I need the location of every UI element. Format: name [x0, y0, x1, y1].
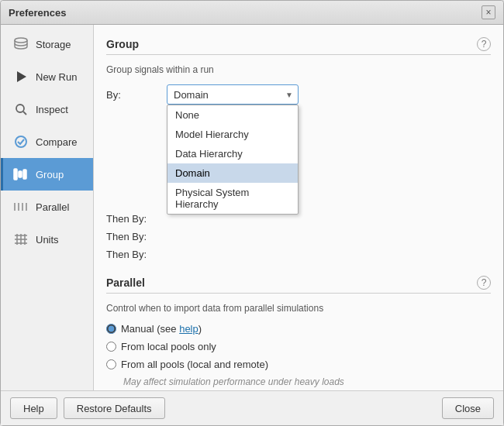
- then-by-label-2: Then By:: [106, 231, 161, 242]
- dropdown-option-domain[interactable]: Domain: [167, 163, 298, 183]
- parallel-radio-manual-input[interactable]: [106, 324, 116, 334]
- by-label: By:: [106, 89, 161, 101]
- group-help-icon[interactable]: ?: [477, 37, 491, 51]
- group-section: Group ? Group signals within a run By: D…: [106, 37, 491, 260]
- parallel-radio-manual-label: Manual (see help): [121, 323, 202, 335]
- parallel-section: Parallel ? Control when to import data f…: [106, 276, 491, 387]
- parallel-icon: [12, 198, 29, 215]
- svg-point-0: [15, 38, 27, 43]
- then-by-label-1: Then By:: [106, 213, 161, 225]
- parallel-radio-local-input[interactable]: [106, 342, 116, 352]
- dropdown-option-physical-system-hierarchy[interactable]: Physical System Hierarchy: [167, 183, 298, 214]
- group-icon: [12, 166, 29, 183]
- svg-marker-1: [17, 71, 26, 82]
- by-row: By: Domain ▼ None Model Hierarchy Data H…: [106, 84, 491, 105]
- svg-rect-5: [14, 169, 17, 180]
- group-section-desc: Group signals within a run: [106, 64, 491, 75]
- dropdown-option-model-hierarchy[interactable]: Model Hierarchy: [167, 125, 298, 144]
- sidebar: Storage New Run Inspect: [1, 25, 94, 390]
- sidebar-group-label: Group: [36, 169, 64, 180]
- then-by-row-3: Then By:: [106, 249, 491, 260]
- group-section-title: Group: [106, 38, 139, 50]
- parallel-radio-all-input[interactable]: [106, 359, 116, 369]
- footer: Help Restore Defaults Close: [1, 390, 503, 425]
- svg-rect-6: [19, 171, 22, 177]
- parallel-radio-local[interactable]: From local pools only: [106, 341, 491, 352]
- parallel-section-header: Parallel ?: [106, 276, 491, 294]
- sidebar-storage-label: Storage: [36, 39, 71, 50]
- parallel-section-desc: Control when to import data from paralle…: [106, 303, 491, 314]
- window-close-button[interactable]: ×: [482, 5, 495, 19]
- sidebar-item-inspect[interactable]: Inspect: [1, 93, 93, 125]
- svg-line-3: [23, 112, 26, 115]
- sidebar-item-new-run[interactable]: New Run: [1, 60, 93, 93]
- parallel-radio-group: Manual (see help) From local pools only …: [106, 323, 491, 387]
- sidebar-parallel-label: Parallel: [36, 201, 69, 213]
- parallel-radio-local-label: From local pools only: [121, 341, 216, 352]
- then-by-label-3: Then By:: [106, 249, 161, 260]
- sidebar-item-units[interactable]: Units: [1, 223, 93, 256]
- play-icon: [12, 68, 29, 85]
- sidebar-new-run-label: New Run: [36, 71, 77, 83]
- parallel-help-link[interactable]: help: [179, 323, 198, 335]
- parallel-section-title: Parallel: [106, 277, 145, 289]
- restore-defaults-button[interactable]: Restore Defaults: [64, 397, 165, 419]
- parallel-radio-manual[interactable]: Manual (see help): [106, 323, 491, 335]
- by-dropdown-value: Domain: [174, 89, 209, 101]
- sidebar-item-storage[interactable]: Storage: [1, 28, 93, 60]
- sidebar-item-group[interactable]: Group: [1, 158, 93, 191]
- dropdown-option-data-hierarchy[interactable]: Data Hierarchy: [167, 144, 298, 163]
- compare-icon: [12, 133, 29, 150]
- by-dropdown-arrow-icon: ▼: [285, 91, 293, 99]
- by-dropdown-container: Domain ▼ None Model Hierarchy Data Hiera…: [167, 84, 299, 105]
- content-area: Group ? Group signals within a run By: D…: [94, 25, 503, 390]
- title-bar: Preferences ×: [1, 1, 503, 25]
- svg-point-2: [16, 105, 24, 112]
- window-title: Preferences: [9, 7, 66, 19]
- footer-left: Help Restore Defaults: [10, 397, 165, 419]
- search-icon: [12, 101, 29, 118]
- then-by-row-2: Then By:: [106, 231, 491, 242]
- dropdown-option-none[interactable]: None: [167, 105, 298, 125]
- sidebar-compare-label: Compare: [36, 136, 77, 148]
- then-by-row-1: Then By:: [106, 213, 491, 225]
- units-icon: [12, 231, 29, 248]
- svg-point-4: [16, 136, 26, 147]
- preferences-window: Preferences × Storage: [0, 0, 504, 426]
- parallel-radio-all-label: From all pools (local and remote): [121, 359, 268, 370]
- storage-icon: [12, 36, 29, 53]
- by-dropdown-menu: None Model Hierarchy Data Hierarchy Doma…: [167, 105, 299, 215]
- sidebar-units-label: Units: [36, 234, 59, 246]
- by-dropdown-button[interactable]: Domain ▼: [167, 84, 299, 105]
- svg-rect-7: [23, 170, 26, 179]
- sidebar-item-parallel[interactable]: Parallel: [1, 191, 93, 223]
- main-content: Storage New Run Inspect: [1, 25, 503, 390]
- sidebar-item-compare[interactable]: Compare: [1, 125, 93, 158]
- group-section-header: Group ?: [106, 37, 491, 55]
- help-button[interactable]: Help: [10, 397, 57, 419]
- sidebar-inspect-label: Inspect: [36, 104, 68, 115]
- parallel-help-icon[interactable]: ?: [477, 276, 491, 290]
- parallel-note: May affect simulation performance under …: [123, 376, 491, 387]
- close-button[interactable]: Close: [442, 397, 494, 419]
- parallel-radio-all[interactable]: From all pools (local and remote): [106, 359, 491, 370]
